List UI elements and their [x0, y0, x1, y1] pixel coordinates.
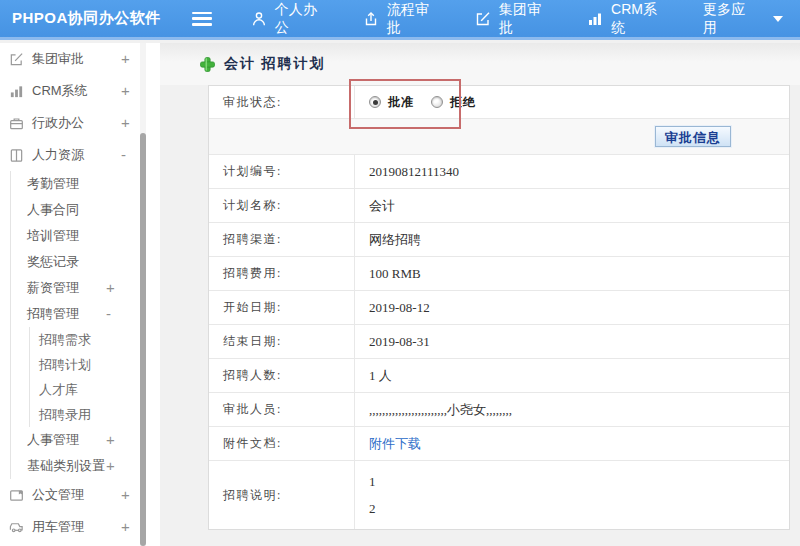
row-recruit-fee: 招聘费用: 100 RMB — [209, 257, 789, 291]
sidebar-scrollbar-thumb[interactable] — [140, 133, 146, 546]
expand-toggle[interactable]: + — [121, 518, 130, 535]
main-content: 会计 招聘计划 审批状态: 批准 拒绝 审批信息 计划编号: 201908121… — [160, 43, 800, 546]
radio-approve[interactable]: 批准 — [369, 94, 431, 111]
radio-approve-control[interactable] — [369, 96, 381, 108]
edit-icon — [9, 51, 25, 67]
document-icon — [9, 487, 25, 503]
row-plan-number: 计划编号: 20190812111340 — [209, 155, 789, 189]
status-options: 批准 拒绝 — [355, 94, 789, 111]
sidebar-item-recruitment[interactable]: 招聘管理 - — [11, 301, 160, 327]
sidebar-item-reward-punishment[interactable]: 奖惩记录 — [11, 249, 160, 275]
expand-toggle[interactable]: + — [106, 457, 115, 474]
sidebar-item-hr-contract[interactable]: 人事合同 — [11, 197, 160, 223]
sidebar: 集团审批 + CRM系统 + 行政办公 + 人力资源 - 考勤管理 人事合同 培… — [0, 43, 160, 546]
user-icon — [251, 11, 267, 27]
bar-chart-icon — [9, 83, 25, 99]
row-description: 招聘说明: 1 2 — [209, 461, 789, 529]
nav-group-approval[interactable]: 集团审批 — [458, 0, 570, 39]
nav-crm-system[interactable]: CRM系统 — [570, 0, 686, 39]
radio-reject[interactable]: 拒绝 — [431, 94, 493, 111]
sidebar-item-admin-office[interactable]: 行政办公 + — [0, 107, 160, 139]
add-icon — [200, 57, 215, 72]
sidebar-item-training[interactable]: 培训管理 — [11, 223, 160, 249]
sidebar-item-crm[interactable]: CRM系统 + — [0, 75, 160, 107]
export-icon — [363, 11, 379, 27]
book-icon — [9, 147, 25, 163]
sidebar-item-group-approval[interactable]: 集团审批 + — [0, 43, 160, 75]
top-bar: PHPOA协同办公软件 个人办公 流程审批 集团审批 CRM系统 更多应用 — [0, 0, 800, 40]
attachment-download-link[interactable]: 附件下载 — [369, 435, 421, 453]
collapse-toggle[interactable]: - — [121, 146, 126, 163]
menu-toggle-icon[interactable] — [192, 12, 212, 26]
nav-personal-office[interactable]: 个人办公 — [234, 0, 346, 39]
sidebar-item-base-category[interactable]: 基础类别设置 + — [11, 453, 160, 479]
expand-toggle[interactable]: + — [106, 279, 115, 296]
row-approval-status: 审批状态: 批准 拒绝 — [209, 86, 789, 119]
row-end-date: 结束日期: 2019-08-31 — [209, 325, 789, 359]
sidebar-item-personnel[interactable]: 人事管理 + — [11, 427, 160, 453]
sidebar-item-attendance[interactable]: 考勤管理 — [11, 171, 160, 197]
expand-toggle[interactable]: + — [121, 82, 130, 99]
expand-toggle[interactable]: + — [121, 50, 130, 67]
app-logo: PHPOA协同办公软件 — [0, 9, 192, 28]
edit-icon — [475, 11, 491, 27]
row-approvers: 审批人员: ,,,,,,,,,,,,,,,,,,,,,,,,小尧女,,,,,,,… — [209, 393, 789, 427]
detail-table: 审批状态: 批准 拒绝 审批信息 计划编号: 20190812111340 计划… — [208, 85, 790, 530]
field-label: 审批状态: — [209, 86, 355, 118]
sidebar-item-documents[interactable]: 公文管理 + — [0, 479, 160, 511]
nav-more-apps[interactable]: 更多应用 — [686, 0, 800, 39]
row-attachment: 附件文档: 附件下载 — [209, 427, 789, 461]
sidebar-item-salary[interactable]: 薪资管理 + — [11, 275, 160, 301]
top-nav: 个人办公 流程审批 集团审批 CRM系统 更多应用 — [234, 0, 800, 39]
hr-submenu: 考勤管理 人事合同 培训管理 奖惩记录 薪资管理 + 招聘管理 - 招聘需求 招… — [10, 171, 160, 479]
row-headcount: 招聘人数: 1 人 — [209, 359, 789, 393]
expand-toggle[interactable]: + — [121, 486, 130, 503]
row-approval-action: 审批信息 — [209, 119, 789, 155]
row-plan-name: 计划名称: 会计 — [209, 189, 789, 223]
page-title: 会计 招聘计划 — [224, 55, 326, 73]
expand-toggle[interactable]: + — [106, 431, 115, 448]
radio-reject-control[interactable] — [431, 96, 443, 108]
sidebar-item-hr[interactable]: 人力资源 - — [0, 139, 160, 171]
sidebar-item-vehicles[interactable]: 用车管理 + — [0, 511, 160, 543]
car-icon — [9, 519, 25, 535]
briefcase-icon — [9, 115, 25, 131]
expand-toggle[interactable]: + — [121, 114, 130, 131]
row-recruit-channel: 招聘渠道: 网络招聘 — [209, 223, 789, 257]
approval-info-button[interactable]: 审批信息 — [655, 126, 731, 147]
caret-down-icon — [773, 16, 783, 22]
description-lines: 1 2 — [355, 474, 789, 517]
collapse-toggle[interactable]: - — [106, 305, 111, 322]
title-bar: 会计 招聘计划 — [160, 43, 800, 85]
nav-process-approval[interactable]: 流程审批 — [346, 0, 458, 39]
bar-chart-icon — [587, 11, 603, 27]
row-start-date: 开始日期: 2019-08-12 — [209, 291, 789, 325]
